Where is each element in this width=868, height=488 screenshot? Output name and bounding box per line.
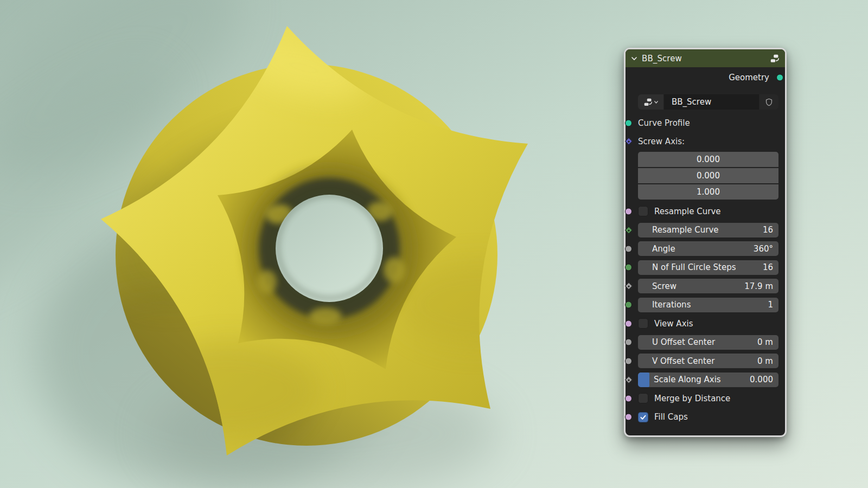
checkbox-row-fill-caps: Fill Caps — [638, 410, 778, 425]
output-label: Geometry — [638, 73, 769, 82]
integer-input-socket[interactable] — [625, 301, 632, 309]
boolean-input-socket[interactable] — [625, 208, 632, 215]
float-input-socket[interactable] — [625, 376, 632, 383]
slider-label: Screw — [652, 281, 744, 291]
integer-input-socket[interactable] — [625, 264, 632, 271]
slider-row-screw: Screw17.9 m — [638, 279, 778, 293]
value-slider-angle[interactable]: Angle360° — [638, 241, 778, 256]
chevron-down-icon — [654, 100, 659, 105]
integer-input-socket[interactable] — [625, 227, 632, 234]
vector-input-screw-axis: 0.0000.0001.000 — [638, 152, 778, 200]
label-row-curve-profile: Curve Profile — [638, 115, 778, 130]
checkbox-view-axis[interactable] — [638, 318, 648, 329]
checkmark-icon — [640, 414, 647, 421]
vector-component-field-x[interactable]: 0.000 — [638, 152, 778, 167]
node-group-name-input[interactable]: BB_Screw — [664, 94, 759, 110]
slider-value: 1 — [768, 300, 773, 310]
shield-icon — [764, 98, 774, 107]
vector-input-socket[interactable] — [625, 138, 632, 145]
chevron-down-icon[interactable] — [630, 55, 638, 62]
node-panel-bb-screw[interactable]: BB_Screw Geometry — [624, 48, 787, 437]
value-slider-screw[interactable]: Screw17.9 m — [638, 279, 778, 293]
slider-row-iterations: Iterations1 — [638, 298, 778, 312]
float-input-socket[interactable] — [625, 245, 632, 252]
vector-component-field-y[interactable]: 0.000 — [638, 168, 778, 183]
slider-row-v-offset-center: V Offset Center0 m — [638, 354, 778, 368]
slider-label: Scale Along Axis — [654, 375, 750, 384]
value-slider-u-offset-center[interactable]: U Offset Center0 m — [638, 335, 778, 350]
label-row-screw-axis: Screw Axis: — [638, 134, 778, 149]
value-slider-scale-along-axis[interactable]: Scale Along Axis0.000 — [638, 373, 778, 387]
slider-value: 0 m — [757, 356, 773, 366]
geometry-output-socket[interactable] — [776, 74, 783, 81]
slider-value: 16 — [763, 262, 773, 272]
checkbox-row-resample-curve: Resample Curve — [638, 204, 778, 219]
value-slider-n-of-full-circle-steps[interactable]: N of Full Circle Steps16 — [638, 260, 778, 275]
checkbox-label: Resample Curve — [654, 207, 721, 216]
slider-row-resample-curve: Resample Curve16 — [638, 223, 778, 237]
node-group-selector: BB_Screw — [638, 94, 778, 110]
node-group-browse-button[interactable] — [638, 94, 663, 110]
slider-label: Resample Curve — [652, 225, 763, 235]
checkbox-fill-caps[interactable] — [638, 412, 648, 422]
float-input-socket[interactable] — [625, 282, 632, 290]
value-slider-iterations[interactable]: Iterations1 — [638, 298, 778, 312]
node-tree-icon — [770, 54, 780, 63]
blender-3d-viewport: BB_Screw Geometry — [0, 0, 868, 488]
slider-label: U Offset Center — [652, 337, 757, 347]
slider-row-angle: Angle360° — [638, 241, 778, 256]
geometry-input-socket[interactable] — [625, 119, 632, 126]
slider-value: 0.000 — [750, 375, 773, 384]
slider-row-n-of-full-circle-steps: N of Full Circle Steps16 — [638, 260, 778, 275]
slider-value: 16 — [763, 225, 773, 235]
node-title: BB_Screw — [642, 54, 770, 63]
output-row-geometry: Geometry — [638, 70, 778, 85]
slider-label: V Offset Center — [652, 356, 757, 366]
fake-user-button[interactable] — [760, 94, 778, 110]
slider-value: 360° — [754, 244, 773, 254]
boolean-input-socket[interactable] — [625, 395, 632, 402]
slider-value: 17.9 m — [744, 281, 773, 291]
checkbox-label: Merge by Distance — [654, 394, 730, 403]
value-slider-resample-curve[interactable]: Resample Curve16 — [638, 223, 778, 237]
vector-component-field-z[interactable]: 1.000 — [638, 184, 778, 200]
slider-value: 0 m — [757, 337, 773, 347]
slider-label: N of Full Circle Steps — [652, 262, 763, 272]
checkbox-merge-by-distance[interactable] — [638, 393, 648, 403]
boolean-input-socket[interactable] — [625, 320, 632, 327]
float-input-socket[interactable] — [625, 339, 632, 346]
checkbox-label: View Axis — [654, 319, 693, 329]
row-label: Screw Axis: — [638, 137, 685, 146]
blue-toggle-swatch[interactable] — [638, 373, 649, 387]
float-input-socket[interactable] — [625, 357, 632, 364]
slider-row-u-offset-center: U Offset Center0 m — [638, 335, 778, 350]
checkbox-row-view-axis: View Axis — [638, 316, 778, 331]
checkbox-label: Fill Caps — [654, 412, 688, 422]
slider-label: Angle — [652, 244, 754, 254]
boolean-input-socket[interactable] — [625, 414, 632, 421]
value-slider-v-offset-center[interactable]: V Offset Center0 m — [638, 354, 778, 368]
row-label: Curve Profile — [638, 118, 690, 128]
checkbox-resample-curve[interactable] — [638, 206, 648, 216]
node-tree-icon — [643, 98, 653, 107]
checkbox-row-merge-by-distance: Merge by Distance — [638, 391, 778, 406]
slider-label: Iterations — [652, 300, 768, 310]
node-header[interactable]: BB_Screw — [626, 49, 785, 67]
slider-row-scale-along-axis: Scale Along Axis0.000 — [638, 373, 778, 387]
